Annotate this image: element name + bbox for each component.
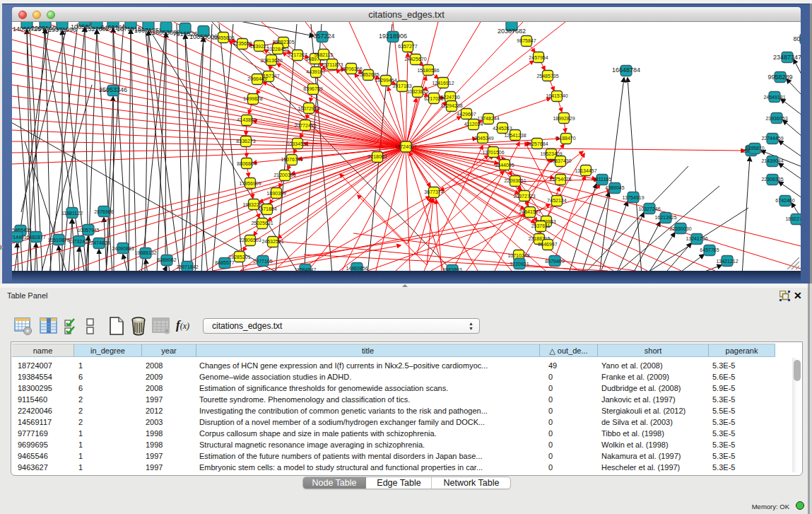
svg-text:21200396: 21200396 — [273, 173, 295, 177]
svg-text:16648784: 16648784 — [612, 66, 640, 74]
svg-text:25053346: 25053346 — [99, 86, 127, 93]
svg-text:13134457: 13134457 — [575, 168, 596, 173]
svg-text:1890399: 1890399 — [266, 191, 286, 196]
svg-text:8646997: 8646997 — [538, 242, 557, 247]
svg-text:19299464: 19299464 — [375, 78, 396, 83]
svg-text:7357224: 7357224 — [310, 33, 334, 40]
svg-text:25485735: 25485735 — [536, 74, 558, 78]
svg-text:22744459: 22744459 — [761, 136, 783, 141]
svg-text:10837430: 10837430 — [549, 158, 571, 163]
svg-text:23936053: 23936053 — [765, 116, 787, 121]
svg-text:8811165: 8811165 — [593, 177, 611, 182]
svg-text:8029889: 8029889 — [793, 35, 801, 42]
svg-text:4439167: 4439167 — [306, 69, 325, 74]
svg-text:22474828: 22474828 — [88, 240, 110, 245]
svg-text:10334531: 10334531 — [286, 141, 308, 146]
svg-text:8396759: 8396759 — [303, 86, 322, 91]
svg-text:4245263: 4245263 — [493, 126, 512, 131]
svg-text:13701506: 13701506 — [482, 150, 504, 155]
svg-text:12541238: 12541238 — [504, 133, 526, 138]
svg-text:13045349: 13045349 — [471, 136, 493, 141]
svg-text:13754919: 13754919 — [622, 195, 644, 200]
svg-text:8336273: 8336273 — [236, 139, 255, 144]
svg-text:13421212: 13421212 — [716, 259, 738, 264]
svg-text:21439044: 21439044 — [761, 158, 783, 163]
svg-text:3220921: 3220921 — [510, 262, 529, 267]
svg-text:8079409: 8079409 — [545, 259, 564, 264]
svg-text:9214491: 9214491 — [12, 235, 27, 240]
svg-text:12416912: 12416912 — [432, 81, 454, 86]
svg-text:4429607: 4429607 — [457, 112, 476, 117]
svg-text:9217207: 9217207 — [288, 52, 307, 57]
svg-text:16415740: 16415740 — [546, 93, 567, 98]
svg-text:3917183: 3917183 — [392, 83, 411, 88]
svg-text:20813640: 20813640 — [260, 58, 282, 63]
svg-text:24532561: 24532561 — [261, 239, 283, 244]
svg-text:1218062: 1218062 — [367, 154, 387, 159]
svg-text:16072954: 16072954 — [298, 106, 319, 111]
svg-text:22806503: 22806503 — [239, 238, 261, 243]
svg-text:3677374: 3677374 — [424, 189, 443, 194]
svg-text:18724007: 18724007 — [394, 144, 416, 149]
svg-text:5682115: 5682115 — [314, 52, 334, 57]
svg-text:2457954: 2457954 — [529, 55, 548, 60]
svg-text:10710248: 10710248 — [507, 253, 529, 258]
svg-text:8806804: 8806804 — [237, 161, 256, 166]
svg-text:22093651: 22093651 — [504, 178, 526, 183]
svg-text:21754078: 21754078 — [549, 177, 571, 182]
svg-text:10327246: 10327246 — [638, 206, 660, 211]
svg-text:3644095: 3644095 — [495, 163, 514, 168]
svg-text:8224730: 8224730 — [440, 95, 459, 100]
svg-text:22455603: 22455603 — [212, 35, 234, 40]
svg-text:19218906: 19218906 — [379, 33, 407, 40]
svg-text:19688132: 19688132 — [134, 250, 156, 255]
svg-text:18922760: 18922760 — [785, 216, 801, 221]
svg-text:13241736: 13241736 — [686, 236, 707, 241]
svg-text:22306335: 22306335 — [761, 177, 783, 182]
svg-text:10228452: 10228452 — [266, 47, 288, 52]
svg-text:15180586: 15180586 — [417, 68, 439, 73]
svg-text:21257684: 21257684 — [526, 141, 548, 146]
svg-text:10057945: 10057945 — [77, 228, 99, 233]
svg-text:10323815: 10323815 — [406, 89, 428, 94]
svg-text:24090883: 24090883 — [112, 246, 134, 251]
svg-text:14460856: 14460856 — [346, 266, 367, 271]
svg-text:5188470: 5188470 — [556, 136, 575, 141]
svg-text:23487347: 23487347 — [773, 54, 801, 61]
svg-text:9958289: 9958289 — [767, 74, 792, 81]
svg-text:13732411: 13732411 — [69, 239, 90, 244]
svg-text:16510878: 16510878 — [47, 238, 69, 243]
svg-text:1999828: 1999828 — [243, 96, 262, 101]
svg-text:23706266: 23706266 — [340, 66, 362, 71]
svg-text:19285201: 19285201 — [228, 255, 250, 259]
svg-text:24549181: 24549181 — [763, 95, 785, 100]
svg-text:20772475: 20772475 — [294, 123, 316, 128]
svg-text:16213925: 16213925 — [654, 215, 676, 220]
svg-text:25025631: 25025631 — [251, 221, 273, 226]
svg-text:4112034: 4112034 — [464, 122, 483, 127]
svg-text:24425670: 24425670 — [404, 57, 426, 62]
svg-text:9875847: 9875847 — [517, 38, 536, 43]
svg-text:20372723: 20372723 — [513, 194, 535, 199]
svg-text:23971842: 23971842 — [176, 264, 198, 269]
svg-text:7671884: 7671884 — [257, 206, 276, 211]
svg-text:3395870: 3395870 — [745, 146, 764, 151]
svg-text:2077105: 2077105 — [253, 259, 272, 264]
svg-text:22330030: 22330030 — [669, 226, 691, 231]
svg-text:17956909: 17956909 — [239, 181, 261, 186]
svg-text:20387682: 20387682 — [498, 28, 526, 35]
svg-text:18992829: 18992829 — [553, 116, 575, 121]
svg-text:25852685: 25852685 — [357, 72, 379, 77]
svg-text:6457765: 6457765 — [700, 247, 719, 252]
svg-text:8369062: 8369062 — [157, 257, 176, 262]
svg-text:2066449: 2066449 — [247, 76, 266, 81]
svg-text:2537611: 2537611 — [531, 223, 551, 228]
svg-text:4143890: 4143890 — [237, 117, 256, 122]
svg-text:13748244: 13748244 — [477, 116, 499, 121]
svg-text:6357277: 6357277 — [398, 44, 417, 49]
svg-text:6482877: 6482877 — [26, 235, 45, 240]
svg-text:6742460: 6742460 — [775, 198, 794, 203]
svg-text:24641507: 24641507 — [519, 209, 541, 214]
svg-text:8685577: 8685577 — [215, 260, 234, 265]
svg-text:11881122: 11881122 — [61, 211, 83, 216]
